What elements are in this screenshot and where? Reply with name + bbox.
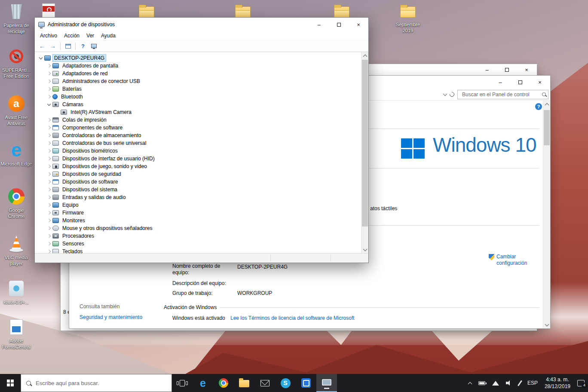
tree-item[interactable]: Dispositivos del sistema: [35, 186, 368, 193]
address-dropdown-chevron-icon[interactable]: [443, 92, 447, 96]
desktop-shortcut[interactable]: kiwix-0.9+...: [0, 279, 33, 306]
tree-expand-chevron[interactable]: [46, 202, 52, 208]
tree-item[interactable]: Dispositivos de seguridad: [35, 170, 368, 178]
menu-item[interactable]: Ayuda: [98, 32, 119, 40]
tree-item[interactable]: Teclados: [35, 248, 368, 253]
tree-item[interactable]: Colas de impresión: [35, 116, 368, 124]
desktop-shortcut[interactable]: Papelera de reciclaje: [0, 2, 33, 35]
security-maintenance-link[interactable]: Seguridad y mantenimiento: [80, 314, 142, 320]
menu-item[interactable]: Acción: [61, 32, 83, 40]
tree-item[interactable]: Componentes de software: [35, 124, 368, 132]
minimize-button[interactable]: –: [490, 77, 510, 87]
tree-item[interactable]: Baterías: [35, 85, 368, 93]
tree-expand-chevron[interactable]: [46, 163, 52, 170]
scroll-up-arrow[interactable]: [543, 101, 550, 108]
tree-scrollbar[interactable]: [361, 52, 368, 253]
tree-expand-chevron[interactable]: [46, 209, 52, 216]
scroll-thumb[interactable]: [544, 110, 550, 145]
change-settings-link[interactable]: Cambiar configuración: [489, 254, 536, 266]
tree-expand-chevron[interactable]: [46, 140, 52, 147]
help-button[interactable]: ?: [78, 42, 88, 51]
taskbar-app-button[interactable]: [234, 374, 254, 392]
close-button[interactable]: ×: [530, 77, 550, 87]
desktop-shortcut[interactable]: Microsoft Edge: [0, 140, 33, 167]
tree-expand-chevron[interactable]: [46, 86, 52, 92]
show-console-button[interactable]: [63, 42, 73, 51]
tray-network-button[interactable]: [489, 374, 502, 392]
scroll-down-arrow[interactable]: [361, 246, 368, 253]
language-indicator[interactable]: ESP: [524, 374, 541, 392]
start-button[interactable]: [0, 374, 21, 392]
taskbar-app-button[interactable]: [254, 374, 275, 392]
minimize-button[interactable]: –: [477, 65, 497, 74]
desktop-shortcut[interactable]: Google Chrome: [0, 187, 33, 220]
tree-expand-chevron[interactable]: [46, 93, 52, 100]
device-manager-titlebar[interactable]: Administrador de dispositivos – ×: [35, 18, 368, 31]
tree-expand-chevron[interactable]: [46, 225, 52, 232]
tree-expand-chevron[interactable]: [46, 178, 52, 185]
desktop-shortcut[interactable]: SUPERAnti... Free Edition: [0, 46, 33, 80]
tree-item[interactable]: Bluetooth: [35, 93, 368, 101]
taskbar-search-input[interactable]: [35, 380, 166, 387]
tree-item[interactable]: Controladoras de bus serie universal: [35, 139, 368, 147]
taskbar-app-button[interactable]: [193, 374, 213, 392]
tree-expand-chevron[interactable]: [54, 109, 61, 116]
tree-item[interactable]: Sensores: [35, 240, 368, 248]
tree-item[interactable]: Cámaras: [35, 101, 368, 108]
minimize-button[interactable]: –: [309, 18, 329, 31]
tree-item[interactable]: Dispositivos de interfaz de usuario (HID…: [35, 155, 368, 162]
tray-volume-button[interactable]: [502, 374, 516, 392]
tree-expand-chevron[interactable]: [46, 116, 52, 123]
maximize-button[interactable]: [497, 65, 517, 74]
tray-battery-button[interactable]: [475, 374, 489, 392]
taskbar-search-box[interactable]: [21, 374, 172, 392]
maximize-button[interactable]: [329, 18, 349, 31]
scroll-thumb[interactable]: [362, 60, 368, 227]
tree-expand-chevron[interactable]: [46, 194, 52, 201]
refresh-icon[interactable]: [449, 91, 456, 98]
taskbar-app-button[interactable]: [316, 374, 337, 392]
tree-item[interactable]: Dispositivos biométricos: [35, 147, 368, 155]
tree-expand-chevron[interactable]: [46, 248, 52, 253]
taskbar-app-button[interactable]: [275, 374, 296, 392]
tree-expand-chevron[interactable]: [46, 240, 52, 247]
tree-item[interactable]: Dispositivos de software: [35, 178, 368, 186]
clock[interactable]: 4:43 a. m. 28/12/2019: [541, 374, 574, 392]
tree-expand-chevron[interactable]: [46, 101, 52, 108]
tree-expand-chevron[interactable]: [37, 55, 44, 61]
scroll-up-arrow[interactable]: [361, 52, 368, 59]
maximize-button[interactable]: [510, 77, 530, 87]
desktop-shortcut[interactable]: Avast Free Antivirus: [0, 94, 33, 127]
system-window-scrollbar[interactable]: [543, 101, 550, 328]
forward-button[interactable]: →: [48, 42, 58, 51]
tree-expand-chevron[interactable]: [46, 171, 52, 178]
desktop-shortcut[interactable]: Septiembre 2019: [392, 1, 424, 34]
tree-expand-chevron[interactable]: [46, 78, 52, 85]
task-view-button[interactable]: [172, 374, 193, 392]
tree-item[interactable]: Firmware: [35, 209, 368, 217]
tree-expand-chevron[interactable]: [46, 62, 52, 69]
scroll-down-arrow[interactable]: [543, 321, 550, 328]
tree-expand-chevron[interactable]: [46, 233, 52, 239]
license-terms-link[interactable]: Lee los Términos de licencia del softwar…: [230, 315, 355, 321]
control-panel-search-input[interactable]: [461, 91, 542, 98]
back-button[interactable]: ←: [37, 42, 47, 51]
control-panel-search-box[interactable]: [457, 90, 548, 99]
menu-item[interactable]: Ver: [83, 32, 98, 40]
tree-item[interactable]: Adaptadores de red: [35, 70, 368, 77]
desktop-shortcut[interactable]: VLC media player: [0, 234, 33, 267]
tree-expand-chevron[interactable]: [46, 70, 52, 77]
tree-item[interactable]: Administradores de conector USB: [35, 77, 368, 85]
tree-item[interactable]: Monitores: [35, 217, 368, 224]
search-icon[interactable]: [542, 92, 546, 96]
taskbar-app-button[interactable]: [296, 374, 316, 392]
menu-item[interactable]: Archivo: [37, 32, 61, 40]
tray-pen-button[interactable]: [516, 374, 524, 392]
taskbar-app-button[interactable]: [213, 374, 234, 392]
desktop-shortcut[interactable]: Adobe FormsCentral: [0, 317, 33, 350]
tree-item[interactable]: Equipo: [35, 201, 368, 209]
tray-show-hidden-button[interactable]: [465, 374, 475, 392]
tree-expand-chevron[interactable]: [46, 147, 52, 154]
tree-item[interactable]: Dispositivos de juego, sonido y video: [35, 162, 368, 170]
tree-item[interactable]: Entradas y salidas de audio: [35, 193, 368, 201]
